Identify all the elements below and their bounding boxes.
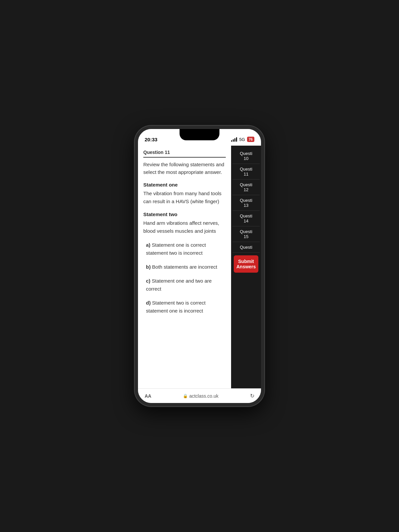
sidebar-questi-label-11: Questi bbox=[234, 167, 258, 172]
notch bbox=[180, 129, 219, 140]
statement-one: Statement one The vibration from many ha… bbox=[143, 182, 226, 205]
sidebar-item-questi-extra[interactable]: Questi bbox=[232, 242, 260, 253]
answer-option-b[interactable]: b) Both statements are incorrect bbox=[143, 263, 226, 271]
answer-option-c[interactable]: c) Statement one and two are correct bbox=[143, 277, 226, 293]
answer-label-d: d) bbox=[146, 300, 151, 306]
sidebar-item-questi-14[interactable]: Questi 14 bbox=[232, 211, 260, 226]
sidebar-questi-label-15: Questi bbox=[234, 229, 258, 234]
answer-option-a[interactable]: a) Statement one is correct statement tw… bbox=[143, 241, 226, 257]
submit-answers-button[interactable]: Submit Answers bbox=[234, 255, 258, 273]
sidebar-questi-label-14: Questi bbox=[234, 213, 258, 218]
signal-bar-4 bbox=[236, 137, 237, 142]
url-bar: 🔒 actclass.co.uk bbox=[183, 393, 218, 399]
sidebar-item-questi-13[interactable]: Questi 13 bbox=[232, 195, 260, 211]
url-text[interactable]: actclass.co.uk bbox=[189, 393, 218, 399]
network-label: 5G bbox=[239, 137, 245, 142]
question-intro: Review the following statements and sele… bbox=[143, 161, 226, 176]
statement-two-title: Statement two bbox=[143, 211, 226, 217]
statement-one-title: Statement one bbox=[143, 182, 226, 188]
status-icons: 5G 76 bbox=[231, 137, 254, 142]
answer-text-c: Statement one and two are correct bbox=[146, 278, 212, 292]
sidebar-item-questi-15[interactable]: Questi 15 bbox=[232, 226, 260, 242]
signal-bar-3 bbox=[234, 138, 235, 142]
answer-label-a: a) bbox=[146, 242, 150, 248]
sidebar-questi-label-12: Questi bbox=[234, 182, 258, 187]
statement-one-text: The vibration from many hand tools can r… bbox=[143, 190, 226, 205]
sidebar-item-questi-11[interactable]: Questi 11 bbox=[232, 164, 260, 180]
sidebar-item-questi-10[interactable]: Questi 10 bbox=[232, 148, 260, 164]
statement-two-text: Hand arm vibrations affect nerves, blood… bbox=[143, 219, 226, 235]
statement-two: Statement two Hand arm vibrations affect… bbox=[143, 211, 226, 235]
lock-icon: 🔒 bbox=[183, 394, 188, 398]
sidebar-number-11: 11 bbox=[234, 172, 258, 177]
font-size-control[interactable]: AA bbox=[145, 393, 151, 399]
answer-option-d[interactable]: d) Statement two is correct statement on… bbox=[143, 299, 226, 315]
answer-text-a: Statement one is correct statement two i… bbox=[146, 242, 206, 256]
sidebar-number-15: 15 bbox=[234, 234, 258, 239]
answer-text-b: Both statements are incorrect bbox=[152, 264, 217, 270]
signal-bar-2 bbox=[233, 139, 234, 142]
question-header: Question 11 bbox=[143, 150, 226, 158]
sidebar-questi-label-13: Questi bbox=[234, 198, 258, 203]
sidebar-number-13: 13 bbox=[234, 203, 258, 208]
answer-text-d: Statement two is correct statement one i… bbox=[146, 300, 205, 314]
answer-label-b: b) bbox=[146, 264, 151, 270]
sidebar-number-12: 12 bbox=[234, 187, 258, 192]
answer-label-c: c) bbox=[146, 278, 150, 284]
sidebar-number-10: 10 bbox=[234, 156, 258, 161]
reload-icon[interactable]: ↻ bbox=[250, 393, 254, 399]
sidebar-questi-label-extra: Questi bbox=[234, 245, 258, 250]
sidebar-number-14: 14 bbox=[234, 218, 258, 223]
content-area[interactable]: Question 11 Review the following stateme… bbox=[138, 146, 231, 388]
signal-bars bbox=[231, 137, 237, 142]
sidebar: Questi 10 Questi 11 Questi 12 Questi 13 … bbox=[231, 146, 261, 388]
bottom-bar: AA 🔒 actclass.co.uk ↻ bbox=[138, 388, 261, 403]
battery-badge: 76 bbox=[247, 137, 254, 142]
signal-bar-1 bbox=[231, 140, 232, 142]
main-content: Question 11 Review the following stateme… bbox=[138, 146, 261, 388]
status-time: 20:33 bbox=[145, 137, 157, 142]
status-bar: 20:33 5G 76 bbox=[138, 129, 261, 146]
phone-frame: 20:33 5G 76 Question 11 Review the follo… bbox=[135, 126, 264, 406]
sidebar-questi-label-10: Questi bbox=[234, 151, 258, 156]
sidebar-item-questi-12[interactable]: Questi 12 bbox=[232, 180, 260, 195]
